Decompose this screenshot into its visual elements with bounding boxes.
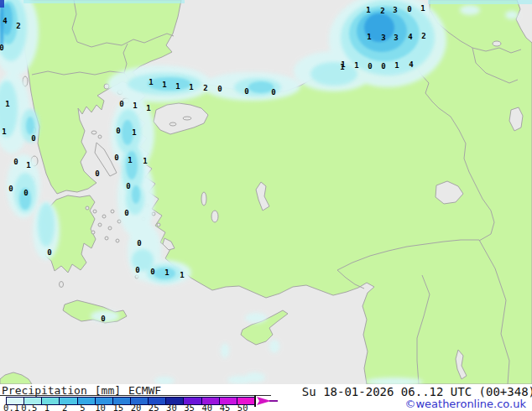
precip-value: 4 <box>408 33 413 41</box>
precip-value: 0 <box>381 62 385 70</box>
colorbar-arrow-icon <box>257 397 279 405</box>
scale-label: 40 <box>201 405 212 411</box>
scale-label: 20 <box>131 405 142 411</box>
precip-value: 1 <box>341 60 345 69</box>
legend-title: Precipitation[mm]ECMWF <box>2 384 169 395</box>
precip-value: 1 <box>128 156 132 164</box>
precip-value: 2 <box>203 84 207 92</box>
precip-value: 0 <box>124 209 128 217</box>
precip-value: 0 <box>13 158 18 166</box>
precip-value: 0 <box>31 134 35 143</box>
scale-label: 50 <box>237 405 248 411</box>
precip-value: 1 <box>420 4 425 13</box>
precip-value: 3 <box>393 6 397 14</box>
precip-value: 1 <box>162 81 166 89</box>
precip-value: 0 <box>368 62 372 70</box>
forecast-datetime: Su 18-01-2026 06..12 UTC (00+348) <box>302 385 532 398</box>
scale-label: 15 <box>112 405 123 411</box>
precip-value: 1 <box>143 157 147 165</box>
precip-value: 0 <box>244 87 248 96</box>
scale-label: 10 <box>95 405 106 411</box>
precip-value: 3 <box>381 34 385 42</box>
scale-label: 5 <box>80 405 85 411</box>
precip-value: 1 <box>189 83 193 91</box>
precip-value: 1 <box>180 271 184 279</box>
precip-value: 1 <box>2 127 6 136</box>
precip-value: 0 <box>135 266 139 274</box>
precip-value: 1 <box>149 78 153 86</box>
precip-value: 0 <box>101 315 105 323</box>
precip-value: 0 <box>114 153 118 162</box>
precip-value: 1 <box>354 61 358 70</box>
scale-label: 35 <box>184 405 195 411</box>
precip-value: 0 <box>217 85 222 93</box>
colorbar-scale-labels: 0.10.5125101520253035404550 <box>0 405 277 411</box>
scale-label: 45 <box>220 405 231 411</box>
precip-heavy-edge-pixel <box>0 0 4 8</box>
precip-value: 0 <box>23 189 28 197</box>
precip-value: 0 <box>407 5 411 13</box>
precip-value: 0 <box>116 127 120 135</box>
precip-value: 1 <box>164 268 169 277</box>
precip-value: 0 <box>47 248 51 257</box>
precip-value: 1 <box>133 101 137 110</box>
precip-value: 1 <box>26 161 30 169</box>
scale-label: 2 <box>62 405 67 411</box>
copyright-link[interactable]: ©weatheronline.co.uk <box>404 398 526 410</box>
precip-value: 4 <box>409 60 414 69</box>
map-canvas: 4201100100000011111120001010110000011123… <box>0 0 532 384</box>
precip-value: 1 <box>367 33 371 41</box>
precip-value: 4 <box>3 17 8 25</box>
precip-value: 3 <box>394 34 398 42</box>
precip-value: 0 <box>271 88 275 96</box>
precip-value: 0 <box>0 44 4 52</box>
precip-value: 0 <box>8 185 13 193</box>
scale-label: 30 <box>166 405 177 411</box>
scale-label: 25 <box>149 405 159 411</box>
precip-value: 0 <box>119 100 123 108</box>
legend-bar: Precipitation[mm]ECMWF 0.10.512510152025… <box>0 384 532 411</box>
precip-value: 0 <box>150 268 154 276</box>
precip-value: 1 <box>366 6 370 14</box>
precip-value: 1 <box>146 104 150 112</box>
precip-value: 0 <box>95 169 99 178</box>
legend-underline <box>0 395 271 396</box>
precip-value: 1 <box>394 61 399 70</box>
scale-label: 1 <box>44 405 50 411</box>
precip-value: 1 <box>175 82 180 91</box>
precip-value: 2 <box>16 22 20 30</box>
precipitation-map: 4201100100000011111120001010110000011123… <box>0 0 532 384</box>
scale-label: 0.5 <box>21 405 37 411</box>
precip-value: 0 <box>126 182 130 190</box>
precip-value: 2 <box>380 7 384 15</box>
precip-value: 1 <box>132 128 136 137</box>
weather-map-screenshot: 4201100100000011111120001010110000011123… <box>0 0 532 411</box>
precip-value: 1 <box>5 100 9 108</box>
precip-value: 2 <box>421 32 425 40</box>
scale-label: 0.1 <box>3 405 19 411</box>
precip-value: 0 <box>137 239 141 247</box>
